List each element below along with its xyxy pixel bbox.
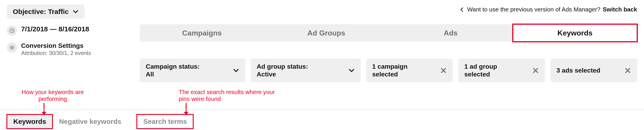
chevron-left-icon[interactable] xyxy=(459,7,465,12)
campaign-status-label: Campaign status: xyxy=(146,63,200,71)
selected-campaign-chip[interactable]: 1 campaign selected xyxy=(366,59,453,82)
ad-group-status-label: Ad group status: xyxy=(257,63,308,71)
annotation-search-terms: The exact search results where your pins… xyxy=(179,89,286,103)
chevron-down-icon xyxy=(233,67,239,74)
annotation-arrow xyxy=(186,103,186,115)
ad-group-status-filter[interactable]: Ad group status: Active xyxy=(251,59,361,82)
subtab-keywords[interactable]: Keywords xyxy=(7,115,52,129)
campaign-status-value: All xyxy=(146,71,200,78)
chevron-down-icon xyxy=(348,67,355,74)
clock-icon xyxy=(7,26,17,36)
objective-selector[interactable]: Objective: Traffic xyxy=(7,4,84,19)
date-range: 7/1/2018 — 8/16/2018 xyxy=(21,25,89,33)
conversion-settings-sub: Attribution: 30/30/1, 2 events xyxy=(21,50,91,56)
annotation-keywords-perf: How your keywords are performing xyxy=(9,89,96,103)
ad-group-status-value: Active xyxy=(257,71,308,78)
switch-back-bar: Want to use the previous version of Ads … xyxy=(459,6,637,13)
selected-ads-chip[interactable]: 3 ads selected xyxy=(550,59,637,82)
divider xyxy=(0,109,644,110)
tab-keywords[interactable]: Keywords xyxy=(513,24,637,42)
subtab-search-terms[interactable]: Search terms xyxy=(137,115,193,129)
conversion-settings-title: Conversion Settings xyxy=(21,42,91,49)
date-range-row[interactable]: 7/1/2018 — 8/16/2018 xyxy=(7,25,131,36)
selected-campaign-label: 1 campaign selected xyxy=(372,63,408,78)
filter-row: Campaign status: All Ad group status: Ac… xyxy=(140,59,637,82)
switch-back-question: Want to use the previous version of Ads … xyxy=(467,6,600,13)
campaign-status-filter[interactable]: Campaign status: All xyxy=(140,59,245,82)
selected-ads-label: 3 ads selected xyxy=(556,67,600,74)
selected-ad-group-label: 1 ad group selected xyxy=(464,63,497,78)
selected-ad-group-chip[interactable]: 1 ad group selected xyxy=(458,59,545,82)
annotation-arrow xyxy=(44,103,44,115)
tab-campaigns[interactable]: Campaigns xyxy=(140,24,264,42)
sub-tab-strip: Keywords Negative keywords Search terms xyxy=(7,115,193,129)
chevron-down-icon xyxy=(73,9,78,15)
objective-label: Objective: Traffic xyxy=(13,8,68,15)
conversion-settings-row[interactable]: Conversion Settings Attribution: 30/30/1… xyxy=(7,42,131,56)
switch-back-link[interactable]: Switch back xyxy=(603,6,637,13)
tab-ads[interactable]: Ads xyxy=(388,24,513,42)
close-icon[interactable] xyxy=(624,67,631,74)
close-icon[interactable] xyxy=(532,67,539,74)
subtab-negative-keywords[interactable]: Negative keywords xyxy=(52,115,128,129)
close-icon[interactable] xyxy=(440,67,447,74)
tab-ad-groups[interactable]: Ad Groups xyxy=(264,24,389,42)
gear-icon xyxy=(7,43,17,53)
svg-point-1 xyxy=(11,47,13,48)
main-tab-strip: Campaigns Ad Groups Ads Keywords xyxy=(140,24,637,42)
